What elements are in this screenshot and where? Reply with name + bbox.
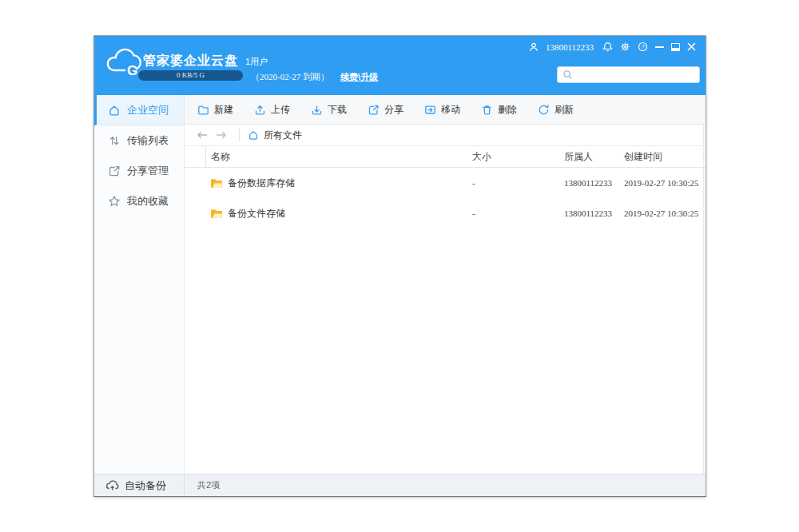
sidebar-item-favorites[interactable]: 我的收藏: [94, 186, 184, 216]
refresh-icon: [538, 104, 550, 116]
folder-icon: [210, 208, 223, 219]
breadcrumb-divider: [239, 129, 240, 141]
share-button[interactable]: 分享: [368, 103, 403, 117]
auto-backup-label: 自动备份: [125, 478, 166, 493]
delete-button[interactable]: 删除: [481, 103, 517, 117]
trash-icon: [481, 104, 493, 116]
forward-arrow-icon[interactable]: [212, 127, 231, 143]
download-button[interactable]: 下载: [311, 103, 347, 117]
settings-gear-icon[interactable]: [620, 42, 630, 52]
user-count-label: 1用户: [245, 57, 268, 66]
minimize-button[interactable]: [655, 46, 664, 48]
sidebar-item-label: 企业空间: [127, 103, 169, 117]
home-icon: [108, 104, 121, 117]
toolbar-button-label: 下载: [328, 103, 347, 117]
sidebar-item-transfer-list[interactable]: 传输列表: [94, 125, 184, 156]
title-bar: G 管家婆企业云盘1用户 0 KB/5 G （2020-02-27 到期）续费\…: [94, 36, 706, 95]
breadcrumb-location-label: 所有文件: [264, 129, 302, 142]
column-header-size[interactable]: 大小: [472, 150, 564, 164]
item-count-label: 共2项: [185, 479, 220, 491]
table-row[interactable]: 备份文件存储 - 13800112233 2019-02-27 10:30:25: [185, 198, 706, 228]
file-name: 备份数据库存储: [228, 177, 295, 190]
table-header-row: 名称 大小 所属人 创建时间: [185, 146, 706, 168]
list-right-divider: [703, 125, 704, 474]
refresh-button[interactable]: 刷新: [538, 103, 574, 117]
column-header-created[interactable]: 创建时间: [624, 150, 706, 164]
svg-text:G: G: [127, 63, 137, 78]
renew-upgrade-link[interactable]: 续费\升级: [340, 72, 378, 81]
status-bar: 自动备份 共2项: [94, 474, 706, 496]
toolbar-button-label: 删除: [498, 103, 517, 117]
new-folder-button[interactable]: 新建: [197, 103, 233, 117]
file-owner: 13800112233: [564, 208, 624, 218]
app-window: G 管家婆企业云盘1用户 0 KB/5 G （2020-02-27 到期）续费\…: [93, 35, 706, 497]
toolbar-button-label: 刷新: [555, 103, 574, 117]
column-header-name[interactable]: 名称: [205, 146, 472, 167]
breadcrumb: 所有文件: [185, 125, 706, 146]
user-icon: [529, 42, 539, 52]
account-number[interactable]: 13800112233: [546, 42, 594, 52]
breadcrumb-all-files[interactable]: 所有文件: [248, 129, 302, 142]
sidebar-item-label: 我的收藏: [127, 194, 169, 208]
table-row[interactable]: 备份数据库存储 - 13800112233 2019-02-27 10:30:2…: [185, 168, 706, 198]
file-owner: 13800112233: [564, 178, 624, 188]
expiry-date-label: （2020-02-27 到期）: [251, 72, 329, 81]
main-panel: 新建 上传: [185, 95, 706, 474]
sidebar: 企业空间 传输列表 分享管理: [94, 95, 185, 474]
transfer-arrows-icon: [108, 134, 121, 147]
notifications-bell-icon[interactable]: [602, 42, 613, 52]
cloud-backup-icon: [105, 479, 119, 491]
back-arrow-icon[interactable]: [193, 127, 212, 143]
help-icon[interactable]: ?: [638, 42, 648, 52]
file-size: -: [472, 178, 564, 188]
sidebar-item-enterprise-space[interactable]: 企业空间: [94, 95, 184, 125]
file-name: 备份文件存储: [228, 207, 285, 220]
close-button[interactable]: [687, 42, 696, 51]
search-icon: [562, 69, 573, 80]
sidebar-item-label: 传输列表: [127, 133, 169, 148]
share-icon: [368, 104, 380, 116]
file-created: 2019-02-27 10:30:25: [624, 178, 706, 188]
search-input[interactable]: [577, 70, 694, 80]
file-toolbar: 新建 上传: [185, 95, 706, 125]
upload-icon: [254, 104, 266, 116]
toolbar-button-label: 移动: [441, 103, 460, 117]
toolbar-button-label: 分享: [384, 103, 403, 117]
upload-button[interactable]: 上传: [254, 103, 290, 117]
share-icon: [108, 165, 121, 177]
star-icon: [108, 195, 121, 208]
sidebar-item-label: 分享管理: [127, 164, 169, 178]
new-folder-icon: [197, 104, 209, 116]
file-created: 2019-02-27 10:30:25: [624, 208, 706, 218]
search-box[interactable]: [557, 66, 700, 83]
svg-text:?: ?: [641, 43, 644, 50]
download-icon: [311, 104, 323, 116]
move-icon: [424, 104, 436, 116]
home-icon: [248, 129, 259, 141]
storage-usage-bar: 0 KB/5 G: [138, 70, 243, 81]
toolbar-button-label: 上传: [271, 103, 290, 117]
sidebar-item-share-management[interactable]: 分享管理: [94, 156, 184, 186]
move-button[interactable]: 移动: [424, 103, 460, 117]
folder-icon: [210, 178, 223, 189]
desktop-background: G 管家婆企业云盘1用户 0 KB/5 G （2020-02-27 到期）续费\…: [0, 0, 799, 532]
app-logo-cloud-icon: G: [105, 48, 141, 78]
app-title: 管家婆企业云盘: [143, 54, 238, 67]
file-size: -: [472, 208, 564, 218]
file-list: 名称 大小 所属人 创建时间 备份数据库存储: [185, 146, 706, 474]
auto-backup-button[interactable]: 自动备份: [94, 474, 185, 496]
toolbar-button-label: 新建: [214, 103, 233, 117]
column-header-owner[interactable]: 所属人: [564, 150, 624, 164]
maximize-button[interactable]: [671, 43, 680, 51]
